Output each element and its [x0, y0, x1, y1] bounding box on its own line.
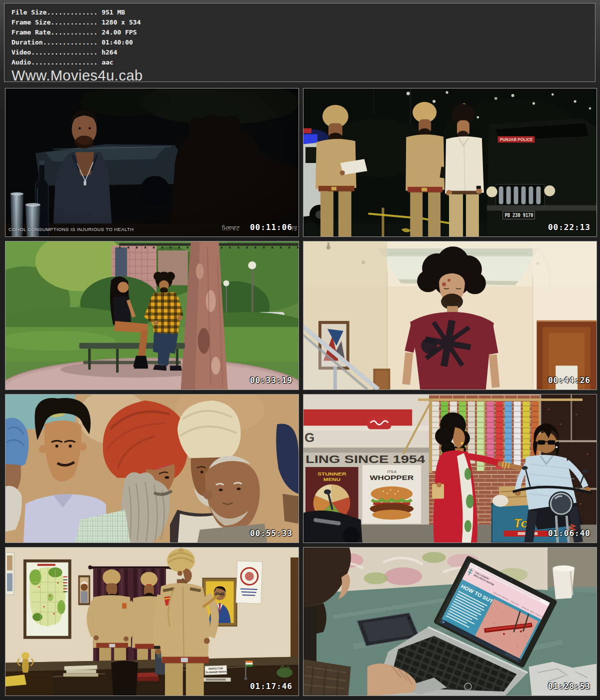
license-plate-text: PB 230 9170	[505, 212, 534, 218]
timestamp-overlay: 01:06:40	[548, 528, 590, 538]
screenshot-thumbnail-5: 00:55:33	[5, 394, 299, 543]
timestamp-overlay: 00:44:26	[548, 376, 590, 385]
punjab-police-banner-text: PUNJAB POLICE	[500, 137, 533, 142]
timestamp-overlay: 00:55:33	[250, 528, 292, 538]
info-row-frame-rate: Frame Rate............24.00 FPS	[12, 28, 595, 38]
timestamp-overlay: 01:17:46	[250, 682, 292, 691]
screenshot-thumbnail-2: PUNJAB POLICE PB 230 9170	[303, 88, 597, 237]
street-market-scene: G LING SINCE 1954 STUNNER MENU IT'S A WH…	[304, 394, 596, 542]
timestamp-overlay: 01:28:53	[548, 682, 590, 691]
laptop-scene: THE LONDON WELLNESS CENTRE Home Hair & W…	[304, 548, 596, 696]
info-row-duration: Duration..............01:40:00	[12, 38, 595, 48]
park-bench-scene	[6, 242, 298, 390]
timestamp-overlay: 00:11:06	[250, 222, 292, 232]
health-warning-text: COHOL CONSUMPTIONS IS INJURIOUS TO HEALT…	[8, 226, 134, 232]
storefront-sign-text: LING SINCE 1954	[306, 452, 426, 466]
house-interior-scene	[304, 242, 596, 390]
police-office-scene: INSPECTOR TAJINDER SINGH	[6, 548, 298, 696]
menu-poster-text: STUNNER	[318, 472, 347, 476]
storefront-letter-text: G	[304, 430, 314, 444]
info-row-frame-size: Frame Size............1280 x 534	[12, 18, 595, 28]
crowd-scene	[6, 394, 298, 542]
screenshot-thumbnail-8: THE LONDON WELLNESS CENTRE Home Hair & W…	[303, 547, 597, 696]
screenshot-thumbnail-7: INSPECTOR TAJINDER SINGH	[5, 547, 299, 696]
info-row-audio: Audio.................aac	[12, 58, 595, 68]
info-row-file-size: File Size.............951 MB	[12, 8, 595, 18]
media-info-panel: File Size.............951 MB Frame Size.…	[4, 3, 596, 82]
name-plate-text: INSPECTOR	[208, 667, 224, 670]
info-row-video: Video.................h264	[12, 48, 595, 58]
timestamp-overlay: 00:22:13	[548, 222, 590, 232]
subtitle-fragment: ਮਿਲਾਵਟ	[222, 225, 240, 232]
screenshot-thumbnail-4: 00:44:26	[303, 241, 597, 390]
india-flag-icon	[246, 660, 252, 662]
screenshot-thumbnail-1: COHOL CONSUMPTIONS IS INJURIOUS TO HEALT…	[5, 88, 299, 237]
whopper-tagline-text: IT'S A	[387, 470, 396, 474]
bar-night-scene	[6, 88, 298, 236]
screenshot-gallery: COHOL CONSUMPTIONS IS INJURIOUS TO HEALT…	[5, 88, 597, 696]
screenshot-thumbnail-6: G LING SINCE 1954 STUNNER MENU IT'S A WH…	[303, 394, 597, 543]
site-watermark: Www.Movies4u.cab	[12, 68, 595, 83]
police-night-scene: PUNJAB POLICE PB 230 9170	[304, 88, 596, 236]
screenshot-thumbnail-3: 00:33:19	[5, 241, 299, 390]
whopper-brand-text: WHOPPER	[370, 474, 414, 482]
timestamp-overlay: 00:33:19	[250, 376, 292, 385]
menu-poster-text: MENU	[324, 477, 340, 482]
